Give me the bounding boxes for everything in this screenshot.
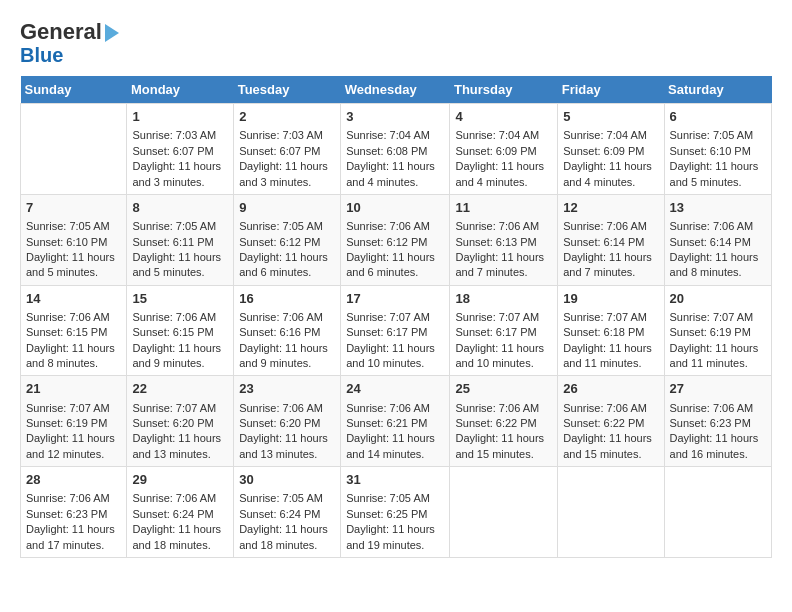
calendar-cell: 13Sunrise: 7:06 AMSunset: 6:14 PMDayligh… bbox=[664, 194, 771, 285]
daylight-text: Daylight: 11 hours and 4 minutes. bbox=[455, 159, 552, 190]
sunset-text: Sunset: 6:23 PM bbox=[26, 507, 121, 522]
calendar-cell: 23Sunrise: 7:06 AMSunset: 6:20 PMDayligh… bbox=[234, 376, 341, 467]
calendar-cell: 9Sunrise: 7:05 AMSunset: 6:12 PMDaylight… bbox=[234, 194, 341, 285]
sunset-text: Sunset: 6:10 PM bbox=[670, 144, 766, 159]
week-row-5: 28Sunrise: 7:06 AMSunset: 6:23 PMDayligh… bbox=[21, 467, 772, 558]
sunset-text: Sunset: 6:19 PM bbox=[26, 416, 121, 431]
week-row-4: 21Sunrise: 7:07 AMSunset: 6:19 PMDayligh… bbox=[21, 376, 772, 467]
day-number: 19 bbox=[563, 290, 658, 308]
calendar-cell: 7Sunrise: 7:05 AMSunset: 6:10 PMDaylight… bbox=[21, 194, 127, 285]
sunrise-text: Sunrise: 7:04 AM bbox=[346, 128, 444, 143]
sunrise-text: Sunrise: 7:05 AM bbox=[239, 219, 335, 234]
sunrise-text: Sunrise: 7:07 AM bbox=[670, 310, 766, 325]
sunrise-text: Sunrise: 7:06 AM bbox=[132, 491, 228, 506]
calendar-cell: 30Sunrise: 7:05 AMSunset: 6:24 PMDayligh… bbox=[234, 467, 341, 558]
calendar-cell: 18Sunrise: 7:07 AMSunset: 6:17 PMDayligh… bbox=[450, 285, 558, 376]
header-sunday: Sunday bbox=[21, 76, 127, 104]
calendar-cell: 28Sunrise: 7:06 AMSunset: 6:23 PMDayligh… bbox=[21, 467, 127, 558]
daylight-text: Daylight: 11 hours and 10 minutes. bbox=[455, 341, 552, 372]
daylight-text: Daylight: 11 hours and 5 minutes. bbox=[132, 250, 228, 281]
calendar-cell: 8Sunrise: 7:05 AMSunset: 6:11 PMDaylight… bbox=[127, 194, 234, 285]
daylight-text: Daylight: 11 hours and 14 minutes. bbox=[346, 431, 444, 462]
header-wednesday: Wednesday bbox=[341, 76, 450, 104]
daylight-text: Daylight: 11 hours and 18 minutes. bbox=[239, 522, 335, 553]
daylight-text: Daylight: 11 hours and 7 minutes. bbox=[563, 250, 658, 281]
header-tuesday: Tuesday bbox=[234, 76, 341, 104]
sunrise-text: Sunrise: 7:05 AM bbox=[346, 491, 444, 506]
header-friday: Friday bbox=[558, 76, 664, 104]
daylight-text: Daylight: 11 hours and 7 minutes. bbox=[455, 250, 552, 281]
daylight-text: Daylight: 11 hours and 3 minutes. bbox=[239, 159, 335, 190]
sunset-text: Sunset: 6:17 PM bbox=[455, 325, 552, 340]
day-number: 12 bbox=[563, 199, 658, 217]
day-number: 16 bbox=[239, 290, 335, 308]
sunset-text: Sunset: 6:22 PM bbox=[455, 416, 552, 431]
day-number: 1 bbox=[132, 108, 228, 126]
calendar-cell: 22Sunrise: 7:07 AMSunset: 6:20 PMDayligh… bbox=[127, 376, 234, 467]
sunrise-text: Sunrise: 7:06 AM bbox=[670, 401, 766, 416]
sunset-text: Sunset: 6:14 PM bbox=[670, 235, 766, 250]
sunrise-text: Sunrise: 7:03 AM bbox=[132, 128, 228, 143]
sunset-text: Sunset: 6:12 PM bbox=[346, 235, 444, 250]
day-number: 29 bbox=[132, 471, 228, 489]
day-number: 8 bbox=[132, 199, 228, 217]
daylight-text: Daylight: 11 hours and 6 minutes. bbox=[239, 250, 335, 281]
sunrise-text: Sunrise: 7:07 AM bbox=[132, 401, 228, 416]
day-number: 9 bbox=[239, 199, 335, 217]
sunrise-text: Sunrise: 7:05 AM bbox=[26, 219, 121, 234]
calendar-cell: 4Sunrise: 7:04 AMSunset: 6:09 PMDaylight… bbox=[450, 104, 558, 195]
calendar-cell bbox=[21, 104, 127, 195]
day-number: 21 bbox=[26, 380, 121, 398]
calendar-cell: 25Sunrise: 7:06 AMSunset: 6:22 PMDayligh… bbox=[450, 376, 558, 467]
calendar-cell bbox=[558, 467, 664, 558]
sunset-text: Sunset: 6:20 PM bbox=[132, 416, 228, 431]
sunrise-text: Sunrise: 7:04 AM bbox=[563, 128, 658, 143]
day-number: 25 bbox=[455, 380, 552, 398]
daylight-text: Daylight: 11 hours and 11 minutes. bbox=[563, 341, 658, 372]
day-number: 14 bbox=[26, 290, 121, 308]
sunset-text: Sunset: 6:23 PM bbox=[670, 416, 766, 431]
daylight-text: Daylight: 11 hours and 9 minutes. bbox=[239, 341, 335, 372]
calendar-cell: 10Sunrise: 7:06 AMSunset: 6:12 PMDayligh… bbox=[341, 194, 450, 285]
calendar-cell: 1Sunrise: 7:03 AMSunset: 6:07 PMDaylight… bbox=[127, 104, 234, 195]
sunrise-text: Sunrise: 7:07 AM bbox=[26, 401, 121, 416]
sunrise-text: Sunrise: 7:06 AM bbox=[346, 219, 444, 234]
sunrise-text: Sunrise: 7:06 AM bbox=[132, 310, 228, 325]
sunset-text: Sunset: 6:16 PM bbox=[239, 325, 335, 340]
day-number: 10 bbox=[346, 199, 444, 217]
sunset-text: Sunset: 6:09 PM bbox=[455, 144, 552, 159]
day-number: 3 bbox=[346, 108, 444, 126]
sunrise-text: Sunrise: 7:07 AM bbox=[346, 310, 444, 325]
sunrise-text: Sunrise: 7:06 AM bbox=[26, 310, 121, 325]
sunrise-text: Sunrise: 7:05 AM bbox=[670, 128, 766, 143]
daylight-text: Daylight: 11 hours and 4 minutes. bbox=[346, 159, 444, 190]
day-number: 17 bbox=[346, 290, 444, 308]
sunrise-text: Sunrise: 7:06 AM bbox=[455, 401, 552, 416]
sunset-text: Sunset: 6:13 PM bbox=[455, 235, 552, 250]
sunset-text: Sunset: 6:24 PM bbox=[239, 507, 335, 522]
day-number: 27 bbox=[670, 380, 766, 398]
calendar-cell: 2Sunrise: 7:03 AMSunset: 6:07 PMDaylight… bbox=[234, 104, 341, 195]
daylight-text: Daylight: 11 hours and 19 minutes. bbox=[346, 522, 444, 553]
daylight-text: Daylight: 11 hours and 16 minutes. bbox=[670, 431, 766, 462]
daylight-text: Daylight: 11 hours and 10 minutes. bbox=[346, 341, 444, 372]
daylight-text: Daylight: 11 hours and 6 minutes. bbox=[346, 250, 444, 281]
sunset-text: Sunset: 6:20 PM bbox=[239, 416, 335, 431]
day-number: 28 bbox=[26, 471, 121, 489]
sunrise-text: Sunrise: 7:06 AM bbox=[26, 491, 121, 506]
day-number: 11 bbox=[455, 199, 552, 217]
sunrise-text: Sunrise: 7:05 AM bbox=[239, 491, 335, 506]
sunrise-text: Sunrise: 7:06 AM bbox=[239, 310, 335, 325]
sunrise-text: Sunrise: 7:06 AM bbox=[455, 219, 552, 234]
daylight-text: Daylight: 11 hours and 9 minutes. bbox=[132, 341, 228, 372]
calendar-cell: 14Sunrise: 7:06 AMSunset: 6:15 PMDayligh… bbox=[21, 285, 127, 376]
daylight-text: Daylight: 11 hours and 4 minutes. bbox=[563, 159, 658, 190]
calendar-cell: 11Sunrise: 7:06 AMSunset: 6:13 PMDayligh… bbox=[450, 194, 558, 285]
sunset-text: Sunset: 6:07 PM bbox=[239, 144, 335, 159]
daylight-text: Daylight: 11 hours and 12 minutes. bbox=[26, 431, 121, 462]
sunrise-text: Sunrise: 7:07 AM bbox=[455, 310, 552, 325]
calendar-cell: 20Sunrise: 7:07 AMSunset: 6:19 PMDayligh… bbox=[664, 285, 771, 376]
sunrise-text: Sunrise: 7:06 AM bbox=[563, 219, 658, 234]
day-number: 7 bbox=[26, 199, 121, 217]
sunset-text: Sunset: 6:08 PM bbox=[346, 144, 444, 159]
